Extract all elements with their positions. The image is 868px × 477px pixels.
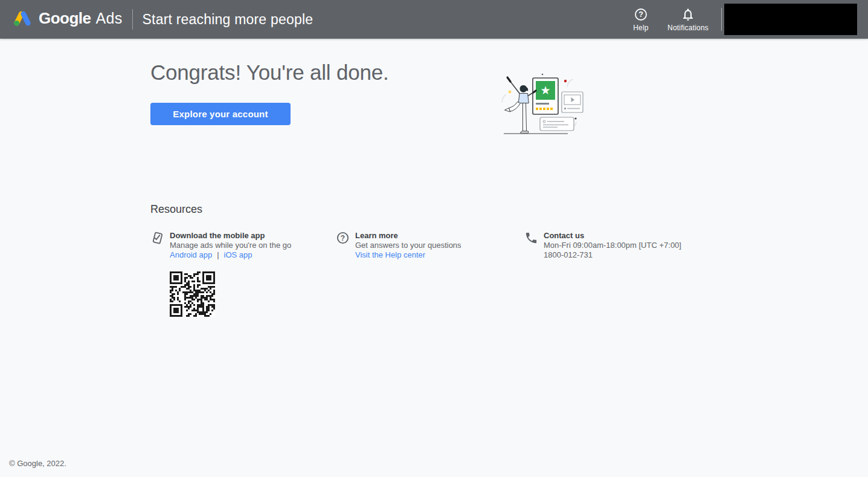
app-header: Google Ads Start reaching more people ? …	[0, 0, 868, 39]
link-separator: |	[217, 250, 219, 259]
qr-code	[170, 271, 215, 317]
help-circle-icon: ?	[336, 231, 350, 245]
page-title: Start reaching more people	[143, 11, 313, 28]
header-divider	[132, 9, 133, 30]
celebration-illustration: ★	[494, 68, 583, 138]
contact-hours: Mon-Fri 09:00am-18:00pm [UTC +7:00]	[544, 241, 681, 250]
copyright-text: © Google, 2022.	[9, 459, 66, 468]
mobile-check-icon	[150, 231, 165, 245]
resource-learn-more: ? Learn more Get answers to your questio…	[336, 231, 493, 260]
resource-title: Contact us	[544, 231, 681, 241]
resource-title: Learn more	[355, 231, 461, 241]
redacted-account-info	[724, 4, 857, 35]
actions-divider	[721, 8, 722, 31]
resources-title: Resources	[150, 203, 202, 216]
svg-text:?: ?	[638, 10, 643, 19]
help-button[interactable]: ? Help	[617, 7, 664, 32]
notifications-label: Notifications	[667, 24, 709, 32]
help-center-link[interactable]: Visit the Help center	[355, 250, 425, 259]
google-ads-logo[interactable]: Google Ads	[12, 9, 123, 30]
resource-description: Manage ads while you're on the go	[170, 241, 291, 250]
resource-mobile-app: Download the mobile app Manage ads while…	[150, 231, 303, 317]
svg-text:?: ?	[341, 234, 345, 242]
congrats-heading: Congrats! You're all done.	[150, 60, 389, 85]
resource-title: Download the mobile app	[170, 231, 291, 241]
resource-contact-us: Contact us Mon-Fri 09:00am-18:00pm [UTC …	[524, 231, 687, 260]
android-app-link[interactable]: Android app	[170, 250, 212, 259]
google-ads-logo-icon	[12, 9, 33, 30]
bell-icon	[681, 7, 695, 22]
notifications-button[interactable]: Notifications	[664, 7, 712, 32]
header-actions: ? Help Notifications	[617, 4, 868, 35]
ios-app-link[interactable]: iOS app	[224, 250, 252, 259]
explore-account-button[interactable]: Explore your account	[150, 103, 291, 125]
brand-ads: Ads	[96, 10, 123, 27]
help-icon: ?	[634, 7, 648, 22]
brand-google: Google	[39, 9, 91, 28]
phone-icon	[524, 231, 539, 245]
page: Google Ads Start reaching more people ? …	[0, 0, 868, 477]
svg-text:★: ★	[540, 83, 550, 97]
contact-phone-number: 1800-012-731	[544, 250, 681, 260]
help-label: Help	[633, 24, 648, 32]
resource-description: Get answers to your questions	[355, 241, 461, 250]
